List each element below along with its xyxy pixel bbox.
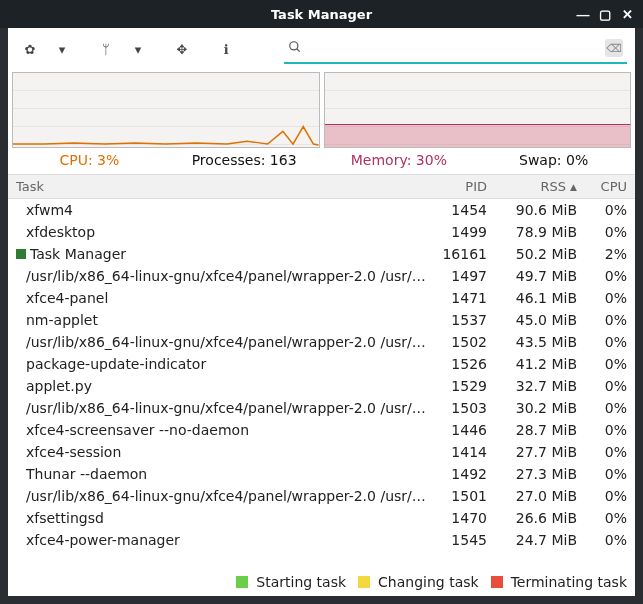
table-row[interactable]: xfce4-panel147146.1 MiB0%: [8, 287, 635, 309]
table-row[interactable]: applet.py152932.7 MiB0%: [8, 375, 635, 397]
task-pid: 1537: [427, 312, 487, 328]
crosshair-button[interactable]: ✥: [168, 33, 196, 65]
table-row[interactable]: xfwm4145490.6 MiB0%: [8, 199, 635, 221]
column-cpu[interactable]: CPU: [577, 179, 627, 194]
legend-terminating: Terminating task: [511, 574, 627, 590]
search-input[interactable]: [310, 41, 605, 56]
tree-button[interactable]: ᛘ: [92, 33, 120, 65]
task-rss: 27.0 MiB: [487, 488, 577, 504]
task-rss: 26.6 MiB: [487, 510, 577, 526]
info-icon: ℹ: [224, 42, 229, 57]
table-row[interactable]: package-update-indicator152641.2 MiB0%: [8, 353, 635, 375]
table-row[interactable]: Thunar --daemon149227.3 MiB0%: [8, 463, 635, 485]
close-icon[interactable]: ✕: [619, 8, 635, 21]
task-name: xfsettingsd: [16, 510, 427, 526]
swap-stat: Swap: 0%: [476, 152, 631, 168]
task-name: xfdesktop: [16, 224, 427, 240]
search-box[interactable]: ⌫: [284, 34, 627, 64]
task-rss: 90.6 MiB: [487, 202, 577, 218]
task-pid: 16161: [427, 246, 487, 262]
task-pid: 1470: [427, 510, 487, 526]
toolbar: ✿ ▾ ᛘ ▾ ✥ ℹ: [8, 28, 635, 70]
task-rss: 30.2 MiB: [487, 400, 577, 416]
task-rss: 41.2 MiB: [487, 356, 577, 372]
task-pid: 1526: [427, 356, 487, 372]
task-rss: 45.0 MiB: [487, 312, 577, 328]
task-rss: 27.7 MiB: [487, 444, 577, 460]
task-name: xfce4-screensaver --no-daemon: [16, 422, 427, 438]
memory-graph[interactable]: [324, 72, 632, 148]
task-name: /usr/lib/x86_64-linux-gnu/xfce4/panel/wr…: [16, 268, 427, 284]
task-pid: 1497: [427, 268, 487, 284]
table-row[interactable]: xfce4-power-manager154524.7 MiB0%: [8, 529, 635, 551]
tree-menu-button[interactable]: ▾: [124, 33, 152, 65]
task-list[interactable]: xfwm4145490.6 MiB0%xfdesktop149978.9 MiB…: [8, 199, 635, 570]
memory-stat: Memory: 30%: [322, 152, 477, 168]
column-pid[interactable]: PID: [427, 179, 487, 194]
active-task-badge: [16, 249, 26, 259]
task-cpu: 0%: [577, 488, 627, 504]
task-name: Task Manager: [16, 246, 427, 262]
gear-icon: ✿: [25, 42, 36, 57]
task-cpu: 2%: [577, 246, 627, 262]
column-rss[interactable]: RSS ▲: [487, 179, 577, 194]
info-button[interactable]: ℹ: [212, 33, 240, 65]
task-name: xfce4-panel: [16, 290, 427, 306]
proc-stat: Processes: 163: [167, 152, 322, 168]
chevron-down-icon: ▾: [59, 42, 66, 57]
task-rss: 24.7 MiB: [487, 532, 577, 548]
table-row[interactable]: /usr/lib/x86_64-linux-gnu/xfce4/panel/wr…: [8, 265, 635, 287]
table-row[interactable]: Task Manager1616150.2 MiB2%: [8, 243, 635, 265]
column-rss-label: RSS: [541, 179, 567, 194]
table-row[interactable]: xfce4-screensaver --no-daemon144628.7 Mi…: [8, 419, 635, 441]
task-name: /usr/lib/x86_64-linux-gnu/xfce4/panel/wr…: [16, 488, 427, 504]
task-pid: 1414: [427, 444, 487, 460]
table-row[interactable]: nm-applet153745.0 MiB0%: [8, 309, 635, 331]
minimize-icon[interactable]: —: [575, 8, 591, 21]
task-cpu: 0%: [577, 312, 627, 328]
table-row[interactable]: /usr/lib/x86_64-linux-gnu/xfce4/panel/wr…: [8, 485, 635, 507]
table-row[interactable]: /usr/lib/x86_64-linux-gnu/xfce4/panel/wr…: [8, 331, 635, 353]
task-rss: 50.2 MiB: [487, 246, 577, 262]
search-icon: [288, 40, 302, 57]
content-area: ✿ ▾ ᛘ ▾ ✥ ℹ: [8, 28, 635, 596]
graphs-row: [8, 70, 635, 148]
task-cpu: 0%: [577, 224, 627, 240]
terminating-swatch: [491, 576, 503, 588]
chevron-down-icon: ▾: [135, 42, 142, 57]
task-pid: 1501: [427, 488, 487, 504]
task-name: /usr/lib/x86_64-linux-gnu/xfce4/panel/wr…: [16, 400, 427, 416]
settings-menu-button[interactable]: ▾: [48, 33, 76, 65]
task-pid: 1529: [427, 378, 487, 394]
table-row[interactable]: xfce4-session141427.7 MiB0%: [8, 441, 635, 463]
titlebar[interactable]: Task Manager — ▢ ✕: [0, 0, 643, 28]
table-row[interactable]: /usr/lib/x86_64-linux-gnu/xfce4/panel/wr…: [8, 397, 635, 419]
starting-swatch: [236, 576, 248, 588]
task-cpu: 0%: [577, 268, 627, 284]
tree-icon: ᛘ: [102, 42, 110, 57]
task-pid: 1502: [427, 334, 487, 350]
changing-swatch: [358, 576, 370, 588]
svg-point-0: [290, 41, 298, 49]
task-cpu: 0%: [577, 400, 627, 416]
clear-search-icon[interactable]: ⌫: [605, 39, 623, 57]
task-name: applet.py: [16, 378, 427, 394]
cpu-graph[interactable]: [12, 72, 320, 148]
task-cpu: 0%: [577, 290, 627, 306]
table-row[interactable]: xfsettingsd147026.6 MiB0%: [8, 507, 635, 529]
settings-button[interactable]: ✿: [16, 33, 44, 65]
task-pid: 1503: [427, 400, 487, 416]
task-cpu: 0%: [577, 510, 627, 526]
task-rss: 32.7 MiB: [487, 378, 577, 394]
task-cpu: 0%: [577, 532, 627, 548]
task-name: xfce4-session: [16, 444, 427, 460]
table-row[interactable]: xfdesktop149978.9 MiB0%: [8, 221, 635, 243]
maximize-icon[interactable]: ▢: [597, 8, 613, 21]
task-manager-window: Task Manager — ▢ ✕ ✿ ▾ ᛘ ▾ ✥: [0, 0, 643, 604]
column-task[interactable]: Task: [16, 179, 427, 194]
titlebar-controls: — ▢ ✕: [575, 0, 635, 28]
task-rss: 46.1 MiB: [487, 290, 577, 306]
task-pid: 1499: [427, 224, 487, 240]
task-cpu: 0%: [577, 202, 627, 218]
task-rss: 27.3 MiB: [487, 466, 577, 482]
